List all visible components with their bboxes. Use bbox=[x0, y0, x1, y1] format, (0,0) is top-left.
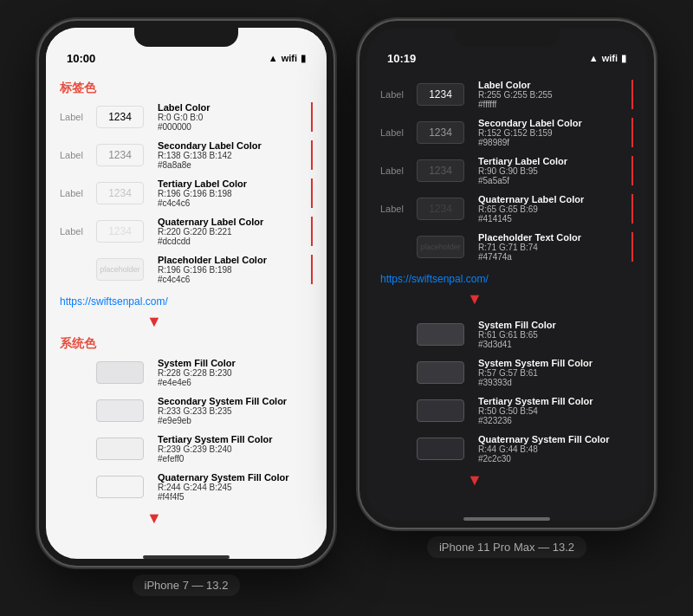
placeholder-name: Placeholder Text Color bbox=[478, 232, 619, 243]
color-rgb: R:0 G:0 B:0 bbox=[158, 113, 299, 122]
color-rgb: R:90 G:90 B:95 bbox=[478, 166, 619, 176]
phone-content: Label 1234 Label Color R:255 G:255 B:255… bbox=[366, 68, 647, 510]
status-icons: ▲ wifi ▮ bbox=[269, 53, 306, 64]
signal-icon: ▲ bbox=[269, 53, 278, 63]
sample-text: 1234 bbox=[429, 203, 452, 215]
label-color-row: Label 1234 Tertiary Label Color R:90 G:9… bbox=[366, 152, 647, 190]
fill-swatch bbox=[96, 476, 144, 498]
fill-color-row: Quaternary System Fill Color R:44 G:44 B… bbox=[366, 430, 647, 468]
phone-wrapper-dark: 10:19 ▲ wifi ▮ Label 1234 Label Color R:… bbox=[359, 21, 654, 558]
color-info: Tertiary Label Color R:90 G:90 B:95 #5a5… bbox=[478, 156, 619, 185]
label-box: 1234 bbox=[417, 121, 464, 144]
color-info: Tertiary Label Color R:196 G:196 B:198 #… bbox=[158, 178, 299, 208]
color-info: Placeholder Text Color R:71 G:71 B:74 #4… bbox=[478, 232, 619, 262]
fill-swatch bbox=[417, 438, 464, 460]
sample-text: 1234 bbox=[108, 187, 132, 199]
link-text[interactable]: https://swiftsenpal.com/ bbox=[60, 295, 168, 308]
fill-hex: #e9e9eb bbox=[158, 416, 313, 425]
color-name: Quaternary Label Color bbox=[158, 217, 299, 227]
label-color-row: Label 1234 Quaternary Label Color R:220 … bbox=[46, 212, 327, 250]
fill-name: Tertiary System Fill Color bbox=[158, 434, 313, 444]
label-text: Label bbox=[380, 127, 408, 138]
link-text[interactable]: https://swiftsenpal.com/ bbox=[380, 273, 489, 285]
placeholder-hex: #47474a bbox=[478, 252, 619, 262]
sample-text: 1234 bbox=[429, 165, 452, 177]
fill-color-row: System System Fill Color R:57 G:57 B:61 … bbox=[366, 353, 647, 392]
sample-text: 1234 bbox=[429, 88, 452, 101]
color-info: Label Color R:255 G:255 B:255 #ffffff bbox=[478, 80, 619, 109]
label-box: 1234 bbox=[417, 83, 464, 106]
red-line bbox=[311, 255, 313, 284]
color-hex: #98989f bbox=[478, 138, 619, 147]
color-rgb: R:138 G:138 B:142 bbox=[158, 151, 299, 160]
color-rgb: R:255 G:255 B:255 bbox=[478, 90, 619, 100]
fill-hex: #2c2c30 bbox=[478, 454, 633, 464]
red-line bbox=[311, 102, 313, 132]
status-time: 10:19 bbox=[387, 52, 416, 65]
fill-hex: #3d3d41 bbox=[478, 340, 633, 349]
color-info: Quaternary Label Color R:220 G:220 B:221… bbox=[158, 217, 299, 246]
fill-hex: #323236 bbox=[478, 416, 633, 425]
label-box: 1234 bbox=[96, 182, 144, 204]
fill-swatch bbox=[417, 323, 464, 346]
red-line bbox=[631, 156, 633, 185]
fill-swatch bbox=[96, 399, 144, 422]
fill-name: Secondary System Fill Color bbox=[158, 396, 313, 406]
battery-icon: ▮ bbox=[621, 53, 626, 64]
status-time: 10:00 bbox=[67, 52, 95, 65]
red-line bbox=[631, 118, 633, 147]
label-color-row: Label 1234 Label Color R:0 G:0 B:0 #0000… bbox=[46, 98, 327, 136]
tag-cn-label: 标签色 bbox=[60, 81, 96, 96]
color-hex: #dcdcdd bbox=[158, 237, 299, 246]
color-rgb: R:152 G:152 B:159 bbox=[478, 128, 619, 138]
label-box: 1234 bbox=[96, 220, 144, 243]
label-text: Label bbox=[380, 165, 408, 176]
color-info: Secondary Label Color R:138 G:138 B:142 … bbox=[158, 140, 299, 170]
color-hex: #8a8a8e bbox=[158, 160, 299, 170]
sample-text: 1234 bbox=[429, 126, 452, 139]
link-row: https://swiftsenpal.com/ bbox=[366, 266, 647, 290]
fill-color-row: Secondary System Fill Color R:233 G:233 … bbox=[46, 392, 327, 430]
signal-icon: ▲ bbox=[589, 53, 599, 63]
label-text: Label bbox=[60, 112, 87, 122]
fill-hex: #f4f4f5 bbox=[158, 492, 313, 502]
wifi-icon: wifi bbox=[602, 53, 618, 63]
color-hex: #5a5a5f bbox=[478, 176, 619, 185]
red-line bbox=[311, 140, 313, 170]
placeholder-box: placeholder bbox=[96, 258, 144, 281]
label-text: Label bbox=[380, 204, 408, 214]
fill-rgb: R:239 G:239 B:240 bbox=[158, 444, 313, 454]
placeholder-name: Placeholder Label Color bbox=[158, 255, 299, 265]
wifi-icon: wifi bbox=[282, 53, 297, 63]
color-name: Quaternary Label Color bbox=[478, 194, 619, 204]
fill-color-row: System Fill Color R:228 G:228 B:230 #e4e… bbox=[46, 353, 327, 392]
link-row: https://swiftsenpal.com/ bbox=[46, 289, 327, 313]
system-section-header bbox=[366, 308, 647, 315]
label-text: Label bbox=[380, 89, 408, 100]
color-info: Placeholder Label Color R:196 G:196 B:19… bbox=[158, 255, 299, 284]
phone-label: iPhone 7 — 13.2 bbox=[133, 574, 241, 596]
label-text: Label bbox=[60, 150, 87, 160]
label-color-row: Label 1234 Secondary Label Color R:138 G… bbox=[46, 136, 327, 174]
tag-section-header: 标签色 bbox=[46, 75, 327, 98]
fill-name: Tertiary System Fill Color bbox=[478, 396, 633, 406]
fill-hex: #39393d bbox=[478, 378, 633, 387]
color-info: Tertiary System Fill Color R:239 G:239 B… bbox=[158, 434, 313, 464]
label-box: 1234 bbox=[96, 106, 144, 128]
fill-swatch bbox=[96, 361, 144, 384]
red-line bbox=[311, 217, 313, 246]
fill-color-row: System Fill Color R:61 G:61 B:65 #3d3d41 bbox=[366, 315, 647, 353]
color-name: Tertiary Label Color bbox=[158, 178, 299, 189]
color-name: Secondary Label Color bbox=[158, 140, 299, 151]
color-info: System Fill Color R:228 G:228 B:230 #e4e… bbox=[158, 358, 313, 387]
fill-rgb: R:57 G:57 B:61 bbox=[478, 368, 633, 378]
home-indicator bbox=[463, 517, 550, 521]
status-icons: ▲ wifi ▮ bbox=[589, 53, 626, 64]
notch bbox=[134, 28, 238, 47]
system-cn-label: 系统色 bbox=[60, 336, 96, 352]
fill-swatch bbox=[96, 438, 144, 460]
color-info: System Fill Color R:61 G:61 B:65 #3d3d41 bbox=[478, 320, 633, 349]
sample-text: 1234 bbox=[108, 111, 132, 123]
label-box: 1234 bbox=[417, 159, 464, 182]
label-text: Label bbox=[60, 226, 87, 237]
